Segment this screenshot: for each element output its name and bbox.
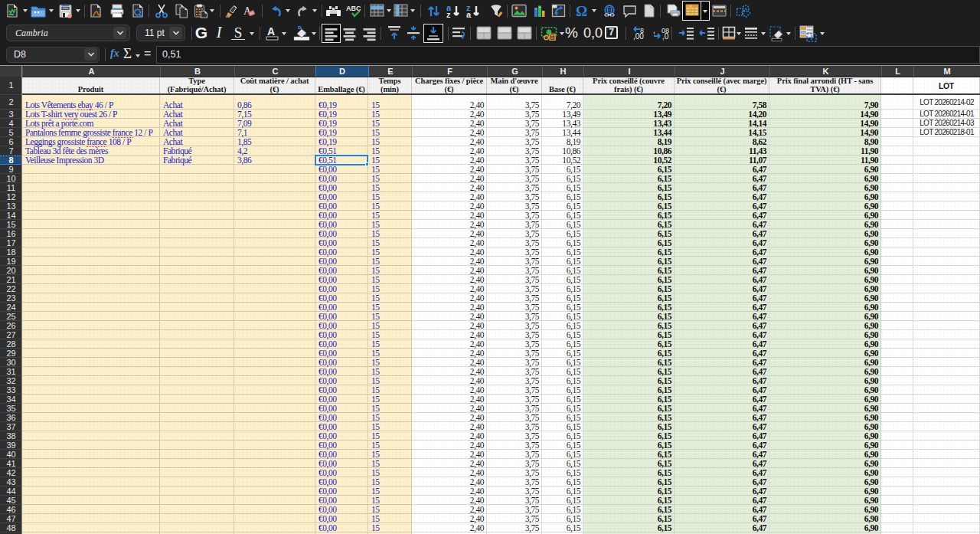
svg-text:A: A: [267, 25, 275, 38]
svg-text:,00: ,00: [633, 32, 644, 41]
svg-text:Ω: Ω: [576, 4, 587, 18]
svg-text:,0: ,0: [662, 32, 669, 41]
svg-text:a: a: [466, 10, 472, 18]
svg-text:,: ,: [653, 26, 655, 34]
svg-text:z: z: [446, 10, 451, 18]
